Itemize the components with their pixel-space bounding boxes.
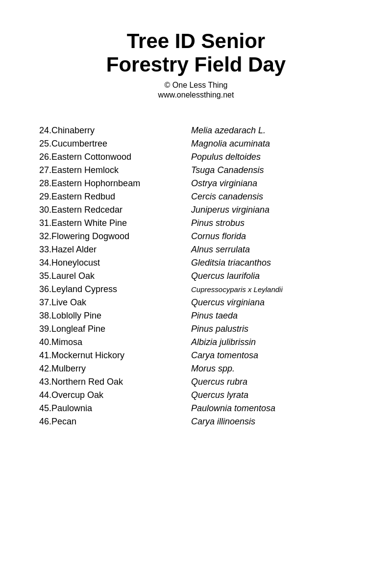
scientific-name: Pinus taeda: [191, 311, 353, 321]
common-name: 46.Pecan: [39, 417, 191, 427]
tree-row: 33.Hazel AlderAlnus serrulata: [39, 243, 353, 256]
page-container: Tree ID SeniorForestry Field Day © One L…: [0, 0, 392, 567]
website-line: www.onelessthing.net: [106, 91, 286, 99]
scientific-name: Albizia julibrissin: [191, 337, 353, 347]
scientific-name: Cupressocyparis x Leylandii: [191, 285, 353, 294]
tree-row: 42.MulberryMorus spp.: [39, 362, 353, 375]
common-name: 40.Mimosa: [39, 337, 191, 347]
scientific-name: Magnolia acuminata: [191, 139, 353, 149]
tree-row: 46.PecanCarya illinoensis: [39, 415, 353, 428]
tree-row: 40.MimosaAlbizia julibrissin: [39, 336, 353, 349]
tree-row: 44.Overcup OakQuercus lyrata: [39, 389, 353, 402]
common-name: 44.Overcup Oak: [39, 390, 191, 400]
page-header: Tree ID SeniorForestry Field Day © One L…: [106, 29, 286, 109]
scientific-name: Quercus lyrata: [191, 390, 353, 400]
common-name: 32.Flowering Dogwood: [39, 231, 191, 242]
common-name: 35.Laurel Oak: [39, 271, 191, 281]
scientific-name: Melia azedarach L.: [191, 125, 353, 136]
tree-row: 38.Loblolly PinePinus taeda: [39, 309, 353, 322]
scientific-name: Carya tomentosa: [191, 350, 353, 361]
common-name: 27.Eastern Hemlock: [39, 165, 191, 175]
scientific-name: Paulownia tomentosa: [191, 403, 353, 414]
scientific-name: Ostrya virginiana: [191, 178, 353, 189]
tree-row: 24.ChinaberryMelia azedarach L.: [39, 124, 353, 137]
common-name: 33.Hazel Alder: [39, 245, 191, 255]
tree-row: 27.Eastern HemlockTsuga Canadensis: [39, 164, 353, 177]
common-name: 31.Eastern White Pine: [39, 218, 191, 228]
main-title: Tree ID SeniorForestry Field Day: [106, 29, 286, 77]
common-name: 41.Mockernut Hickory: [39, 350, 191, 361]
common-name: 42.Mulberry: [39, 364, 191, 374]
tree-row: 43.Northern Red OakQuercus rubra: [39, 375, 353, 389]
common-name: 37.Live Oak: [39, 297, 191, 308]
scientific-name: Gleditsia triacanthos: [191, 258, 353, 268]
common-name: 36.Leyland Cypress: [39, 284, 191, 295]
common-name: 28.Eastern Hophornbeam: [39, 178, 191, 189]
copyright-line: © One Less Thing: [106, 81, 286, 90]
scientific-name: Quercus rubra: [191, 377, 353, 387]
scientific-name: Tsuga Canadensis: [191, 165, 353, 175]
tree-row: 39.Longleaf PinePinus palustris: [39, 322, 353, 336]
tree-row: 41.Mockernut HickoryCarya tomentosa: [39, 349, 353, 362]
tree-row: 34.HoneylocustGleditsia triacanthos: [39, 256, 353, 270]
common-name: 39.Longleaf Pine: [39, 324, 191, 334]
common-name: 43.Northern Red Oak: [39, 377, 191, 387]
scientific-name: Alnus serrulata: [191, 245, 353, 255]
tree-row: 36.Leyland CypressCupressocyparis x Leyl…: [39, 283, 353, 296]
common-name: 45.Paulownia: [39, 403, 191, 414]
tree-row: 26.Eastern CottonwoodPopulus deltoides: [39, 150, 353, 164]
common-name: 38.Loblolly Pine: [39, 311, 191, 321]
scientific-name: Quercus laurifolia: [191, 271, 353, 281]
scientific-name: Morus spp.: [191, 364, 353, 374]
tree-row: 32.Flowering DogwoodCornus florida: [39, 230, 353, 243]
scientific-name: Quercus virginiana: [191, 297, 353, 308]
common-name: 24.Chinaberry: [39, 125, 191, 136]
tree-row: 30.Eastern RedcedarJuniperus virginiana: [39, 203, 353, 217]
tree-row: 31.Eastern White PinePinus strobus: [39, 217, 353, 230]
scientific-name: Carya illinoensis: [191, 417, 353, 427]
tree-row: 25.CucumbertreeMagnolia acuminata: [39, 137, 353, 150]
tree-row: 35.Laurel OakQuercus laurifolia: [39, 270, 353, 283]
tree-row: 37.Live OakQuercus virginiana: [39, 296, 353, 309]
scientific-name: Populus deltoides: [191, 152, 353, 162]
tree-row: 29.Eastern RedbudCercis canadensis: [39, 190, 353, 203]
tree-row: 45.PaulowniaPaulownia tomentosa: [39, 402, 353, 415]
tree-row: 28.Eastern HophornbeamOstrya virginiana: [39, 177, 353, 190]
tree-list: 24.ChinaberryMelia azedarach L.25.Cucumb…: [39, 124, 353, 428]
common-name: 25.Cucumbertree: [39, 139, 191, 149]
scientific-name: Juniperus virginiana: [191, 205, 353, 215]
scientific-name: Cercis canadensis: [191, 192, 353, 202]
common-name: 29.Eastern Redbud: [39, 192, 191, 202]
scientific-name: Pinus strobus: [191, 218, 353, 228]
common-name: 30.Eastern Redcedar: [39, 205, 191, 215]
scientific-name: Cornus florida: [191, 231, 353, 242]
common-name: 26.Eastern Cottonwood: [39, 152, 191, 162]
common-name: 34.Honeylocust: [39, 258, 191, 268]
scientific-name: Pinus palustris: [191, 324, 353, 334]
